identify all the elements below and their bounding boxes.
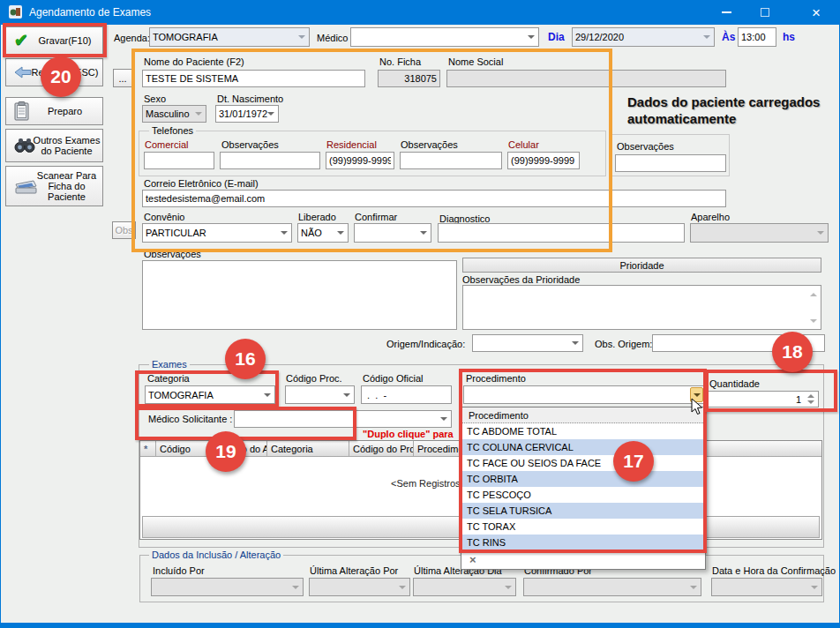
window-title: Agendamento de Exames [29, 6, 151, 19]
chevron-down-icon [260, 387, 274, 402]
obs-prioridade-textarea[interactable] [462, 285, 821, 330]
confirmar-select[interactable] [354, 223, 431, 243]
agenda-select[interactable]: TOMOGRAFIA [149, 27, 310, 47]
maximize-button[interactable] [746, 0, 784, 25]
scanner-icon [14, 177, 37, 195]
grid-header-codigo[interactable]: Código [156, 441, 213, 456]
minimize-button[interactable] [707, 0, 746, 25]
popup-item[interactable]: TC TORAX [461, 519, 705, 535]
obs-prioridade-label: Observações da Prioridade [462, 274, 580, 285]
codigo-proc-select[interactable] [285, 385, 355, 404]
spinner-arrows-icon[interactable] [804, 392, 817, 406]
scanear-button[interactable]: Scanear Para Ficha do Paciente [5, 166, 103, 206]
sexo-label: Sexo [144, 93, 166, 104]
obs-comercial-input[interactable] [220, 152, 320, 169]
nome-paciente-input[interactable]: TESTE DE SISTEMA [142, 70, 365, 87]
scroll-up-icon[interactable] [807, 288, 819, 300]
popup-item[interactable]: TC PESCOÇO [461, 487, 705, 503]
convenio-label: Convênio [144, 212, 184, 222]
confirmado-select [523, 578, 701, 596]
grid-header-codigo-do-pro[interactable]: Código do Pro [349, 441, 414, 456]
popup-item[interactable]: TC COLUNA CERVICAL [461, 439, 705, 455]
procedimento-label: Procedimento [466, 373, 526, 384]
incluido-select [151, 578, 304, 596]
chevron-down-icon [501, 579, 514, 594]
more-button[interactable]: ... [113, 69, 132, 87]
comercial-input[interactable] [144, 152, 214, 169]
prioridade-header: Prioridade [462, 258, 821, 273]
incluido-label: Incluído Por [153, 565, 205, 576]
data-confirmacao-label: Data e Hora da Confirmação [712, 565, 836, 576]
categoria-label: Categoria [147, 373, 190, 384]
mouse-cursor [691, 398, 703, 415]
chevron-down-icon [289, 579, 302, 594]
popup-item[interactable]: TC SELA TURSICA [461, 503, 705, 519]
outros-exames-button[interactable]: Outros Exames do Paciente [5, 129, 103, 162]
comercial-label: Comercial [145, 139, 189, 150]
popup-item[interactable]: TC FACE OU SEIOS DA FACE [461, 455, 705, 471]
grid-header-categoria[interactable]: Categoria [267, 441, 349, 456]
popup-footer: × [461, 550, 705, 569]
chevron-down-icon [437, 412, 450, 426]
liberado-select[interactable]: NÃO [297, 223, 349, 243]
aparelho-select [690, 223, 829, 243]
chevron-down-icon [264, 107, 277, 121]
time-input[interactable]: 13:00 [738, 27, 776, 47]
diagnostico-input[interactable] [438, 223, 685, 243]
sexo-select: Masculino [142, 105, 206, 123]
residencial-input[interactable]: (99)9999-9999 [326, 152, 394, 169]
preparo-button[interactable]: Preparo [5, 97, 103, 125]
medico-solicitante-combobox[interactable] [234, 410, 452, 428]
celular-input[interactable]: (99)9999-9999 [507, 152, 580, 169]
chevron-down-icon [340, 387, 353, 402]
medico-select[interactable] [350, 27, 539, 47]
obs-residencial-label: Observações [401, 139, 458, 150]
popup-close-icon[interactable]: × [469, 553, 476, 566]
codigo-proc-label: Código Proc. [286, 373, 342, 384]
procedimento-popup: Procedimento TC ABDOME TOTAL TC COLUNA C… [461, 407, 706, 570]
popup-item[interactable]: TC ORBITA [461, 471, 705, 487]
quantidade-stepper[interactable]: 1 [708, 391, 819, 407]
telefones-legend: Telefones [149, 125, 196, 136]
nascimento-label: Dt. Nascimento [217, 93, 283, 104]
ultima-alteracao-dia-select [413, 578, 516, 596]
procedimento-combobox[interactable] [463, 385, 705, 404]
close-icon: × [812, 5, 821, 20]
inclusao-title: Dados da Inclusão / Alteração [149, 550, 283, 560]
dia-select[interactable]: 29/12/2020 [572, 27, 715, 47]
maximize-icon [761, 8, 769, 17]
annotation-circle-18: 18 [772, 332, 813, 372]
ultima-alteracao-por-select [309, 578, 410, 596]
obs-celular-input[interactable] [615, 154, 726, 172]
agenda-label: Agenda: [114, 33, 150, 43]
nome-social-label: Nome Social [448, 56, 503, 67]
ficha-label: No. Ficha [379, 56, 421, 67]
popup-item[interactable]: TC RINS [461, 535, 705, 550]
scroll-down-icon[interactable] [807, 315, 819, 326]
nascimento-select[interactable]: 31/01/1972 [215, 105, 279, 123]
email-input[interactable]: testedesistema@email.com [142, 190, 726, 207]
celular-label: Celular [508, 139, 539, 150]
chevron-down-icon [395, 579, 409, 594]
residencial-label: Residencial [326, 139, 377, 150]
nome-social-input [446, 70, 726, 87]
gravar-button[interactable]: ✔ Gravar(F10) [5, 26, 103, 55]
close-button[interactable]: × [791, 0, 840, 25]
popup-item[interactable]: TC ABDOME TOTAL [461, 423, 705, 439]
chevron-down-icon [295, 29, 308, 45]
codigo-oficial-input[interactable]: . . - [361, 385, 452, 404]
obs-button[interactable]: Obs [112, 221, 136, 239]
ultima-alteracao-por-label: Última Alteração Por [310, 565, 398, 576]
obs-residencial-input[interactable] [400, 152, 502, 169]
medico-label: Médico [317, 33, 348, 43]
app-icon [9, 5, 22, 19]
convenio-select[interactable]: PARTICULAR [142, 223, 292, 243]
origem-select[interactable] [472, 334, 583, 352]
observacoes-textarea[interactable] [142, 260, 457, 330]
obs-comercial-label: Observações [221, 139, 279, 150]
categoria-select[interactable]: TOMOGRAFIA [145, 385, 275, 404]
chevron-down-icon [416, 225, 430, 241]
back-arrow-icon [14, 66, 32, 78]
minimize-icon [722, 11, 731, 13]
clipboard-icon [14, 101, 30, 121]
